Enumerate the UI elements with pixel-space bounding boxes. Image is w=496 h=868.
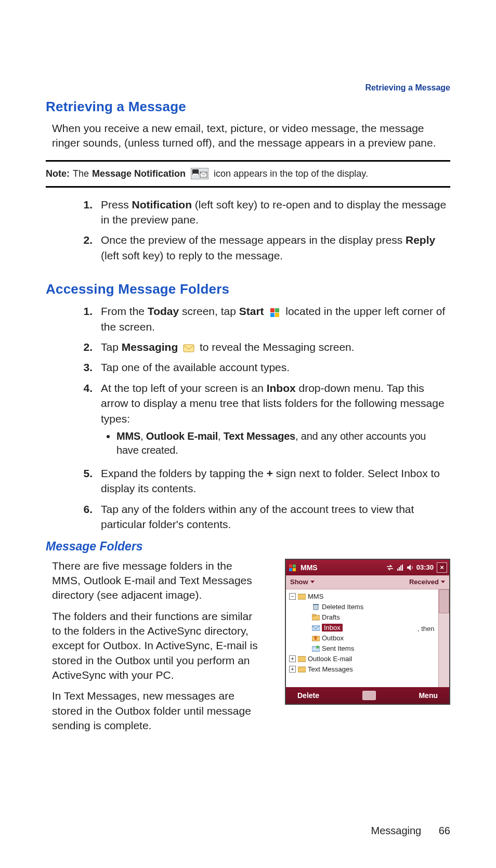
step-body: Tap any of the folders within any of the… <box>101 502 450 532</box>
step-item: 2. Tap Messaging to reveal the Messaging… <box>76 339 450 354</box>
intro-paragraph: When you receive a new email, text, pict… <box>52 121 444 151</box>
scrollbar[interactable]: , then <box>438 589 449 687</box>
svg-rect-4 <box>193 170 198 173</box>
close-button[interactable]: × <box>437 562 447 573</box>
page-footer: Messaging 66 <box>371 825 450 837</box>
step-body: Expand the folders by tapping the + sign… <box>101 466 450 496</box>
svg-rect-21 <box>298 656 306 662</box>
note-text-strong: Message Notification <box>92 167 186 181</box>
step-text: Once the preview of the message appears … <box>101 234 406 246</box>
received-dropdown[interactable]: Received <box>409 578 445 586</box>
sent-icon <box>312 645 320 652</box>
svg-rect-9 <box>400 565 401 571</box>
step-number: 1. <box>76 304 101 334</box>
two-column-region: There are five message folders in the MM… <box>46 559 450 740</box>
bullet-bold: Text Messages <box>224 430 295 442</box>
step-bold: Notification <box>132 199 192 211</box>
step-body: Tap Messaging to reveal the Messaging sc… <box>101 339 450 354</box>
dropdown-label: Show <box>290 578 308 586</box>
step-item: 5. Expand the folders by tapping the + s… <box>76 466 450 496</box>
tree-node-mms[interactable]: − MMS <box>288 591 436 602</box>
tree-label: MMS <box>308 593 323 600</box>
step-item: 2. Once the preview of the message appea… <box>76 232 450 263</box>
svg-rect-22 <box>298 667 306 672</box>
step-text: Tap any of the folders within any of the… <box>101 503 414 530</box>
svg-rect-8 <box>399 567 400 571</box>
titlebar[interactable]: MMS 03:30 × <box>286 560 449 575</box>
svg-rect-10 <box>402 564 403 571</box>
step-number: 2. <box>76 339 101 354</box>
folder-tree[interactable]: − MMS Deleted Items <box>286 589 438 687</box>
tree-node-inbox[interactable]: Inbox <box>288 623 436 633</box>
tree-label: Outbox <box>322 634 344 642</box>
overlay-annotation: , then <box>417 625 435 633</box>
step-item: 1. From the Today screen, tap Start loca… <box>76 304 450 334</box>
windows-start-icon <box>269 307 280 318</box>
keyboard-icon[interactable] <box>362 691 376 700</box>
softkey-delete[interactable]: Delete <box>297 691 319 700</box>
softkey-menu[interactable]: Menu <box>419 691 438 700</box>
step-bold: + <box>267 467 273 479</box>
step-body: At the top left of your screen is an Inb… <box>101 380 450 461</box>
step-text: (left soft key) to reply to the message. <box>101 249 283 261</box>
tree-node-sent[interactable]: Sent Items <box>288 643 436 654</box>
tree-node-drafts[interactable]: Drafts <box>288 612 436 623</box>
step-number: 4. <box>76 380 101 461</box>
svg-rect-7 <box>397 569 398 571</box>
column-right: MMS 03:30 × <box>285 559 450 705</box>
note-box: Note: The Message Notification icon appe… <box>46 160 450 188</box>
steps-retrieving: 1. Press Notification (left soft key) to… <box>76 197 450 264</box>
step-text: Press <box>101 199 132 211</box>
tree-label: Drafts <box>322 613 340 621</box>
bullet-item: MMS, Outlook E-mail, Text Messages, and … <box>116 429 450 457</box>
inbox-icon <box>312 624 320 631</box>
tree-node-outbox[interactable]: Outbox <box>288 633 436 643</box>
expand-icon[interactable]: + <box>289 655 296 662</box>
chevron-down-icon <box>441 581 445 583</box>
tree-label-selected: Inbox <box>322 624 343 632</box>
step-text: Tap one of the available account types. <box>101 361 290 373</box>
svg-point-20 <box>316 646 319 649</box>
steps-accessing: 1. From the Today screen, tap Start loca… <box>76 304 450 532</box>
windows-flag-icon[interactable] <box>288 563 297 572</box>
outbox-icon <box>312 635 320 641</box>
tree-node-textmessages[interactable]: + Text Messages <box>288 664 436 675</box>
signal-icon <box>397 564 404 571</box>
tree-node-deleted[interactable]: Deleted Items <box>288 602 436 612</box>
collapse-icon[interactable]: − <box>289 593 296 600</box>
account-icon <box>298 655 306 662</box>
step-text: to reveal the Messaging screen. <box>200 341 355 353</box>
step-bold: Today <box>148 305 179 317</box>
tree-node-outlook[interactable]: + Outlook E-mail <box>288 654 436 664</box>
step-item: 4. At the top left of your screen is an … <box>76 380 450 461</box>
expand-icon[interactable]: + <box>289 666 296 673</box>
trash-icon <box>312 603 320 610</box>
heading-accessing: Accessing Message Folders <box>46 281 450 297</box>
step-number: 1. <box>76 197 101 228</box>
heading-retrieving: Retrieving a Message <box>46 99 450 115</box>
volume-icon <box>407 564 414 571</box>
note-text-pre: The <box>73 167 89 181</box>
step-text: At the top left of your screen is an <box>101 382 267 394</box>
titlebar-title: MMS <box>301 563 318 572</box>
scrollbar-thumb[interactable] <box>439 589 449 613</box>
sync-icon <box>386 564 394 571</box>
tree-area: − MMS Deleted Items <box>286 589 449 687</box>
paragraph: In Text Messages, new messages are store… <box>52 689 263 733</box>
step-body: From the Today screen, tap Start located… <box>101 304 450 334</box>
step-bold: Reply <box>406 234 435 246</box>
step-bold: Messaging <box>122 341 178 353</box>
step-number: 3. <box>76 360 101 375</box>
step-number: 2. <box>76 232 101 263</box>
paragraph: There are five message folders in the MM… <box>52 559 263 603</box>
tree-label: Text Messages <box>308 665 353 673</box>
step-item: 1. Press Notification (left soft key) to… <box>76 197 450 228</box>
step-text: Expand the folders by tapping the <box>101 467 267 479</box>
note-text-post: icon appears in the top of the display. <box>214 167 368 181</box>
svg-rect-12 <box>298 594 306 599</box>
show-dropdown[interactable]: Show <box>290 578 315 586</box>
footer-page-number: 66 <box>439 825 450 836</box>
step-item: 3. Tap one of the available account type… <box>76 360 450 375</box>
subheading-message-folders: Message Folders <box>46 540 450 554</box>
step-bold: Inbox <box>267 382 296 394</box>
